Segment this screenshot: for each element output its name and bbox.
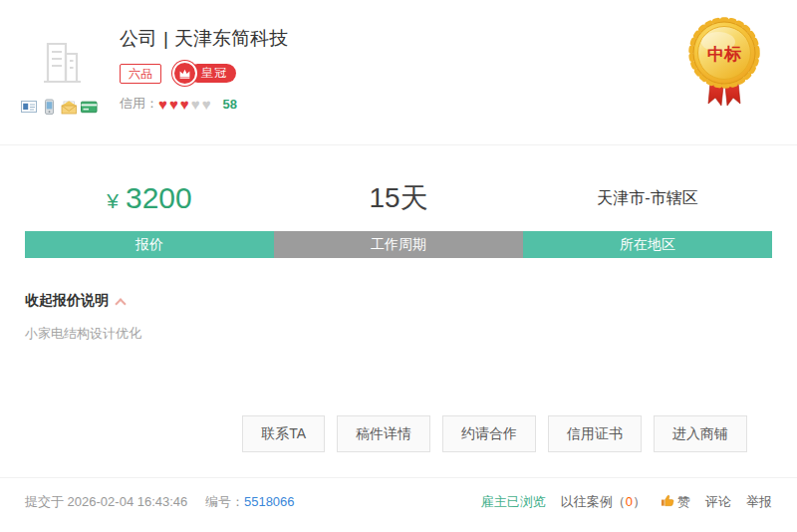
like-button[interactable]: 赞 <box>661 493 690 511</box>
column-header-price: 报价 <box>25 231 274 258</box>
bid-values-row: ¥3200 15天 天津市-市辖区 <box>25 175 772 221</box>
submission-detail-button[interactable]: 稿件详情 <box>337 415 430 452</box>
verification-icons <box>21 99 98 120</box>
chevron-up-icon <box>115 298 126 309</box>
credit-label: 信用： <box>120 95 158 113</box>
heart-empty-icon: ♥ <box>202 97 211 112</box>
title-separator: | <box>163 28 168 49</box>
company-building-icon <box>40 38 84 90</box>
crown-icon <box>172 61 197 86</box>
submission-meta: 提交于 2026-02-04 16:43:46 编号：5518066 <box>25 493 295 511</box>
bid-region: 天津市-市辖区 <box>523 188 772 209</box>
contact-button[interactable]: 联系TA <box>242 415 325 452</box>
header-divider <box>0 144 797 145</box>
column-header-region: 所在地区 <box>523 231 772 258</box>
phone-verified-icon <box>41 99 58 120</box>
company-info: 公司|天津东简科技 六品 皇冠 信用： ♥ ♥ ♥ ♥ ♥ 58 <box>120 26 288 113</box>
bankcard-verified-icon <box>81 99 98 120</box>
heart-filled-icon: ♥ <box>158 97 167 112</box>
quote-description: 收起报价说明 小家电结构设计优化 <box>25 291 141 343</box>
medal-text: 中标 <box>707 45 741 64</box>
quote-note-toggle-label: 收起报价说明 <box>25 292 109 310</box>
email-verified-icon <box>61 99 78 120</box>
footer-divider <box>0 477 797 478</box>
bid-duration: 15天 <box>274 179 523 217</box>
company-name: 天津东简科技 <box>174 28 288 49</box>
idcard-verified-icon <box>21 99 38 120</box>
employer-viewed-status: 雇主已浏览 <box>481 493 546 511</box>
like-label: 赞 <box>677 493 690 511</box>
comment-button[interactable]: 评论 <box>705 493 731 511</box>
submit-time: 提交于 2026-02-04 16:43:46 <box>25 494 187 509</box>
credit-certificate-button[interactable]: 信用证书 <box>548 415 642 452</box>
quote-note-toggle[interactable]: 收起报价说明 <box>25 292 125 310</box>
report-button[interactable]: 举报 <box>746 493 772 511</box>
rank-badge: 六品 <box>120 64 161 84</box>
company-type: 公司 <box>120 28 157 49</box>
past-cases-suffix: ） <box>633 494 646 509</box>
badge-row: 六品 皇冠 <box>120 61 288 86</box>
action-buttons: 联系TA 稿件详情 约请合作 信用证书 进入商铺 <box>242 415 747 452</box>
invite-cooperation-button[interactable]: 约请合作 <box>442 415 536 452</box>
thumbs-up-icon <box>661 493 675 511</box>
past-cases-link[interactable]: 以往案例（0） <box>561 493 646 511</box>
crown-badge: 皇冠 <box>172 61 236 86</box>
footer-bar: 提交于 2026-02-04 16:43:46 编号：5518066 雇主已浏览… <box>25 493 772 511</box>
column-header-duration: 工作周期 <box>274 231 523 258</box>
price-amount: 3200 <box>126 181 192 214</box>
company-title[interactable]: 公司|天津东简科技 <box>120 26 288 52</box>
quote-note-text: 小家电结构设计优化 <box>25 325 141 343</box>
bid-id-link[interactable]: 5518066 <box>244 494 295 509</box>
bid-card: 公司|天津东简科技 六品 皇冠 信用： ♥ ♥ ♥ ♥ ♥ 58 <box>0 0 797 532</box>
credit-row: 信用： ♥ ♥ ♥ ♥ ♥ 58 <box>120 95 288 113</box>
currency-symbol: ¥ <box>107 189 119 212</box>
past-cases-label: 以往案例（ <box>561 494 626 509</box>
heart-filled-icon: ♥ <box>169 97 178 112</box>
winning-bid-medal: 中标 <box>685 14 763 110</box>
bid-columns-bar: 报价 工作周期 所在地区 <box>25 231 772 258</box>
bid-id-label: 编号： <box>205 494 244 509</box>
past-cases-count: 0 <box>626 494 633 509</box>
footer-actions: 雇主已浏览 以往案例（0） 赞 评论 举报 <box>481 493 772 511</box>
heart-filled-icon: ♥ <box>180 97 189 112</box>
credit-score: 58 <box>223 97 237 112</box>
enter-shop-button[interactable]: 进入商铺 <box>654 415 747 452</box>
heart-empty-icon: ♥ <box>191 97 200 112</box>
bid-price: ¥3200 <box>25 181 274 215</box>
